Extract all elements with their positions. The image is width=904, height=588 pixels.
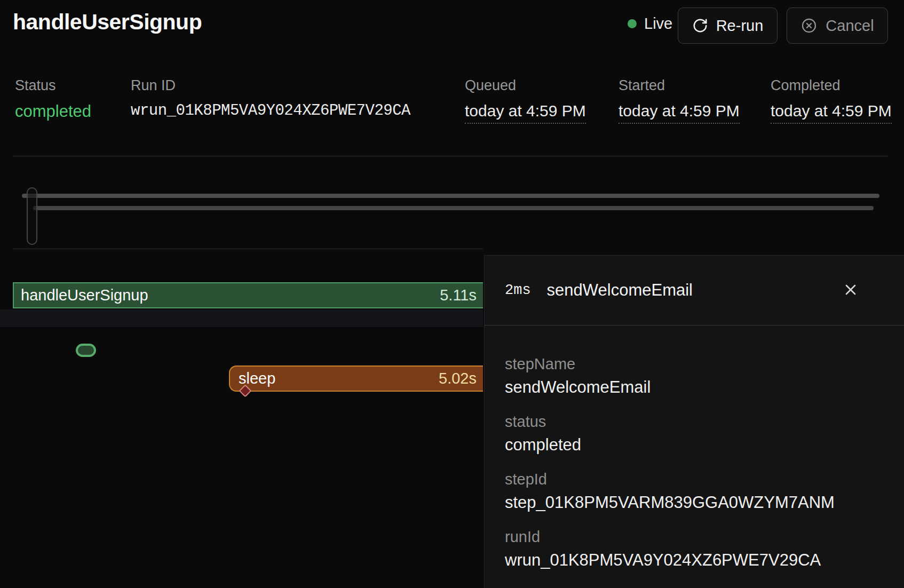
timeline-bar-label: handleUserSignup — [21, 287, 148, 304]
field-value: wrun_01K8PM5VA9Y024XZ6PWE7V29CA — [505, 551, 883, 570]
panel-fields: stepName sendWelcomeEmail status complet… — [485, 325, 904, 570]
page-title: handleUserSignup — [13, 10, 202, 35]
field-status: status completed — [505, 413, 883, 455]
panel-header: 2ms sendWelcomeEmail — [485, 256, 904, 325]
meta-completed-label: Completed — [771, 77, 892, 94]
field-stepid: stepId step_01K8PM5VARM839GGA0WZYM7ANM — [505, 471, 883, 512]
timeline-bar-duration: 5.11s — [440, 287, 477, 304]
meta-run-id: Run ID wrun_01K8PM5VA9Y024XZ6PWE7V29CA — [131, 77, 410, 120]
step-detail-panel: 2ms sendWelcomeEmail stepName sendWelcom… — [484, 255, 904, 588]
close-icon — [842, 281, 859, 300]
field-label: stepName — [505, 355, 883, 373]
meta-status: Status completed — [15, 77, 91, 121]
field-stepname: stepName sendWelcomeEmail — [505, 355, 883, 397]
field-label: status — [505, 413, 883, 431]
cancel-label: Cancel — [826, 17, 874, 35]
live-label: Live — [644, 15, 672, 33]
rerun-label: Re-run — [716, 17, 764, 35]
field-label: stepId — [505, 471, 883, 488]
field-label: runId — [505, 528, 883, 546]
timeline-bar-handleusersignup[interactable]: handleUserSignup 5.11s — [13, 282, 483, 308]
field-value: completed — [505, 435, 883, 455]
step-duration: 2ms — [505, 282, 531, 298]
run-id-value: wrun_01K8PM5VA9Y024XZ6PWE7V29CA — [131, 102, 410, 120]
meta-started: Started today at 4:59 PM — [618, 77, 740, 124]
status-badge: completed — [15, 102, 91, 121]
field-value: step_01K8PM5VARM839GGA0WZYM7ANM — [505, 493, 883, 512]
circle-x-icon — [800, 17, 818, 34]
meta-queued: Queued today at 4:59 PM — [465, 77, 586, 124]
timeline-bar-sendwelcomeemail[interactable] — [76, 344, 96, 357]
minimap-track-root[interactable] — [22, 194, 879, 198]
live-indicator: Live — [628, 15, 672, 33]
run-details-page: handleUserSignup Live Re-run Cancel Stat… — [0, 0, 904, 588]
field-runid: runId wrun_01K8PM5VA9Y024XZ6PWE7V29CA — [505, 528, 883, 570]
meta-status-label: Status — [15, 77, 91, 94]
panel-close-button[interactable] — [838, 277, 863, 303]
refresh-icon — [692, 18, 708, 34]
rerun-button[interactable]: Re-run — [678, 7, 778, 44]
started-timestamp[interactable]: today at 4:59 PM — [618, 102, 740, 124]
meta-started-label: Started — [618, 77, 740, 94]
cancel-button[interactable]: Cancel — [787, 7, 888, 44]
meta-queued-label: Queued — [465, 77, 586, 94]
timeline-bar-sleep[interactable]: sleep 5.02s — [229, 365, 483, 392]
timeline-row-band — [0, 309, 483, 327]
meta-completed: Completed today at 4:59 PM — [771, 77, 892, 124]
timeline-divider — [13, 249, 483, 249]
completed-timestamp[interactable]: today at 4:59 PM — [771, 102, 892, 124]
header-divider — [13, 156, 888, 156]
step-title: sendWelcomeEmail — [547, 281, 693, 300]
meta-run-id-label: Run ID — [131, 77, 410, 94]
field-value: sendWelcomeEmail — [505, 378, 883, 397]
timeline-bar-duration: 5.02s — [439, 370, 477, 387]
minimap-viewport-handle[interactable] — [27, 187, 37, 245]
minimap-track-sleep[interactable] — [33, 206, 874, 210]
live-dot-icon — [628, 19, 637, 28]
queued-timestamp[interactable]: today at 4:59 PM — [465, 102, 586, 124]
